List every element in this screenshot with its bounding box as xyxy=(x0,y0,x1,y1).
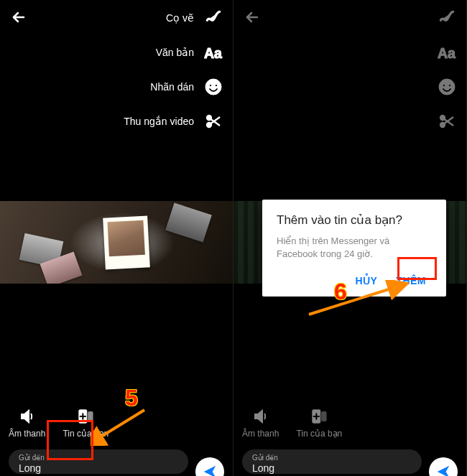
svg-point-2 xyxy=(209,84,211,86)
dialog-cancel-button[interactable]: HỦY xyxy=(349,271,383,291)
tool-sticker[interactable]: Nhãn dán xyxy=(150,78,223,96)
your-story-button[interactable]: Tin của bạn xyxy=(296,407,342,439)
svg-point-13 xyxy=(440,123,445,127)
tool-brush[interactable] xyxy=(438,9,456,27)
tool-brush-label: Cọ vẽ xyxy=(166,12,194,24)
svg-point-11 xyxy=(448,84,450,86)
svg-point-9 xyxy=(439,79,455,95)
send-hint: Gửi đến xyxy=(252,454,412,462)
text-icon: Aa xyxy=(438,43,456,62)
story-label: Tin của bạn xyxy=(296,429,342,439)
speaker-icon xyxy=(251,407,271,426)
tool-trim-label: Thu ngắn video xyxy=(124,116,194,127)
svg-text:Aa: Aa xyxy=(438,45,456,61)
send-button[interactable] xyxy=(195,457,224,476)
screen-step6: Aa Thêm vào tin của bạn? Hiển thị trên M… xyxy=(234,0,467,476)
sound-toggle[interactable]: Âm thanh xyxy=(242,407,279,439)
svg-rect-7 xyxy=(88,412,93,421)
dialog-body: Hiển thị trên Messenger và Facebook tron… xyxy=(277,235,432,261)
tool-sticker-label: Nhãn dán xyxy=(150,81,194,93)
text-icon: Aa xyxy=(204,43,223,62)
tool-text-label: Văn bản xyxy=(156,47,194,58)
sound-toggle[interactable]: Âm thanh xyxy=(9,407,45,439)
svg-point-4 xyxy=(207,116,211,120)
speaker-icon xyxy=(17,407,37,426)
dialog-actions: HỦY THÊM xyxy=(277,271,432,291)
svg-point-10 xyxy=(443,84,445,86)
add-to-story-dialog: Thêm vào tin của bạn? Hiển thị trên Mess… xyxy=(262,200,446,297)
brush-icon xyxy=(438,9,456,27)
tool-brush[interactable]: Cọ vẽ xyxy=(166,9,223,27)
svg-point-3 xyxy=(215,84,217,86)
bottom-bar: Âm thanh Tin của bạn Gửi đến Long xyxy=(234,407,466,476)
smile-icon xyxy=(204,78,223,96)
add-story-icon xyxy=(309,407,329,426)
sound-label: Âm thanh xyxy=(9,429,45,439)
send-to-input[interactable]: Gửi đến Long xyxy=(9,449,188,474)
dialog-title: Thêm vào tin của bạn? xyxy=(277,213,432,228)
svg-rect-15 xyxy=(322,412,326,421)
svg-point-1 xyxy=(205,79,221,95)
send-button[interactable] xyxy=(429,457,458,476)
video-preview[interactable] xyxy=(0,201,233,284)
back-button[interactable] xyxy=(244,9,261,26)
screen-step5: Cọ vẽ Văn bản Aa Nhãn dán Thu ngắn video xyxy=(0,0,234,476)
tool-sticker[interactable] xyxy=(438,78,456,96)
send-to-input[interactable]: Gửi đến Long xyxy=(242,449,422,474)
your-story-button[interactable]: Tin của bạn xyxy=(63,407,108,439)
tool-text[interactable]: Aa xyxy=(438,43,456,62)
send-value: Long xyxy=(19,462,178,474)
svg-point-5 xyxy=(207,123,211,127)
bottom-bar: Âm thanh Tin của bạn Gửi đến Long xyxy=(0,407,233,476)
smile-icon xyxy=(438,78,456,96)
svg-point-12 xyxy=(440,116,445,120)
back-button[interactable] xyxy=(10,9,27,26)
send-value: Long xyxy=(252,462,412,474)
svg-text:Aa: Aa xyxy=(204,45,222,61)
tool-trim[interactable]: Thu ngắn video xyxy=(124,112,223,131)
tool-text[interactable]: Văn bản Aa xyxy=(156,43,223,62)
sound-label: Âm thanh xyxy=(242,429,279,439)
tool-list: Cọ vẽ Văn bản Aa Nhãn dán Thu ngắn video xyxy=(124,9,223,131)
scissors-icon xyxy=(204,112,223,131)
tool-trim[interactable] xyxy=(438,112,456,131)
scissors-icon xyxy=(438,112,456,131)
tool-list: Aa xyxy=(438,9,456,131)
add-story-icon xyxy=(75,407,96,426)
send-hint: Gửi đến xyxy=(19,454,178,462)
topbar: Aa xyxy=(234,0,466,139)
brush-icon xyxy=(204,9,223,27)
story-label: Tin của bạn xyxy=(63,429,108,439)
dialog-confirm-button[interactable]: THÊM xyxy=(390,271,432,291)
topbar: Cọ vẽ Văn bản Aa Nhãn dán Thu ngắn video xyxy=(0,0,233,139)
